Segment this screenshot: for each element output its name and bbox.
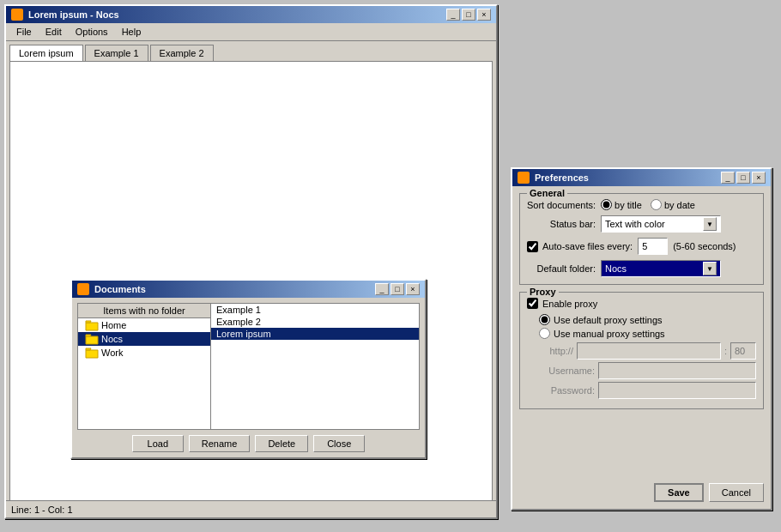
folder-nocs[interactable]: Nocs — [78, 332, 210, 346]
auto-save-input[interactable] — [638, 238, 668, 255]
enable-proxy-label: Enable proxy — [542, 299, 597, 309]
prefs-body: General Sort documents: by title by date — [512, 186, 771, 509]
status-bar-arrow: ▼ — [703, 217, 717, 231]
prefs-titlebar: Preferences _ □ × — [512, 169, 771, 186]
folder-work-icon — [85, 347, 99, 359]
default-folder-select[interactable]: Nocs ▼ — [601, 260, 721, 277]
password-input[interactable] — [598, 382, 756, 399]
documents-dialog: Documents _ □ × Items with no folder Hom… — [70, 279, 427, 459]
general-group-title: General — [527, 188, 567, 198]
docs-maximize[interactable]: □ — [390, 283, 404, 295]
menu-file[interactable]: File — [9, 25, 39, 39]
password-label: Password: — [539, 385, 595, 396]
prefs-icon — [518, 172, 530, 184]
auto-save-label[interactable]: Auto-save files every: — [527, 241, 633, 252]
cancel-button[interactable]: Cancel — [709, 483, 764, 502]
folder-work[interactable]: Work — [78, 346, 210, 360]
docs-minimize[interactable]: _ — [375, 283, 389, 295]
proxy-settings: Use default proxy settings Use manual pr… — [527, 314, 756, 399]
docs-titlebar: Documents _ □ × — [72, 281, 425, 298]
left-panel-header: Items with no folder — [78, 304, 210, 318]
menu-options[interactable]: Options — [69, 25, 115, 39]
enable-proxy-checkbox[interactable] — [527, 298, 538, 309]
http-label: http:// — [539, 346, 573, 356]
docs-buttons: Load Rename Delete Close — [77, 435, 420, 452]
close-button[interactable]: × — [477, 9, 491, 21]
use-manual-proxy-radio[interactable] — [539, 328, 550, 339]
prefs-minimize[interactable]: _ — [721, 172, 735, 184]
proxy-group: Proxy Enable proxy Use default proxy set… — [519, 292, 764, 409]
status-bar-row: Status bar: Text with color ▼ — [527, 215, 756, 233]
tabs-bar: Lorem ipsum Example 1 Example 2 — [6, 41, 496, 61]
proxy-host-input[interactable] — [577, 342, 721, 360]
default-folder-label: Default folder: — [527, 263, 596, 274]
doc-lorem-ipsum[interactable]: Lorem ipsum — [211, 328, 419, 340]
username-label: Username: — [539, 366, 595, 376]
docs-title: Documents — [77, 283, 146, 295]
use-default-proxy-row: Use default proxy settings — [539, 314, 756, 325]
main-titlebar: Lorem ipsum - Nocs _ □ × — [6, 6, 496, 23]
menubar: File Edit Options Help — [6, 23, 496, 41]
auto-save-unit: (5-60 seconds) — [673, 241, 736, 251]
maximize-button[interactable]: □ — [462, 9, 475, 21]
sort-label: Sort documents: — [527, 200, 596, 210]
use-manual-proxy-label: Use manual proxy settings — [554, 329, 665, 339]
app-icon — [11, 9, 23, 21]
save-button[interactable]: Save — [654, 483, 704, 502]
use-default-proxy-radio[interactable] — [539, 314, 550, 325]
general-group: General Sort documents: by title by date — [519, 193, 764, 285]
username-row: Username: — [539, 362, 756, 379]
use-manual-proxy-row: Use manual proxy settings — [539, 328, 756, 339]
preferences-dialog: Preferences _ □ × General Sort documents… — [511, 167, 772, 511]
default-folder-arrow: ▼ — [703, 262, 717, 275]
http-row: http:// : — [539, 342, 756, 360]
folder-home[interactable]: Home — [78, 318, 210, 332]
folder-nocs-icon — [85, 333, 99, 345]
prefs-buttons: Save Cancel — [519, 483, 764, 502]
tab-lorem-ipsum[interactable]: Lorem ipsum — [9, 45, 83, 61]
status-bar-label: Status bar: — [527, 219, 596, 229]
rename-button[interactable]: Rename — [189, 435, 251, 452]
tab-example-1[interactable]: Example 1 — [85, 45, 148, 61]
proxy-port-input[interactable] — [730, 342, 756, 360]
docs-icon — [77, 283, 89, 295]
docs-panels: Items with no folder Home Nocs — [77, 303, 420, 430]
close-docs-button[interactable]: Close — [313, 435, 365, 452]
status-bar-select[interactable]: Text with color ▼ — [601, 215, 721, 233]
docs-close[interactable]: × — [406, 283, 420, 295]
password-row: Password: — [539, 382, 756, 399]
folder-home-icon — [85, 319, 99, 331]
statusbar: Line: 1 - Col: 1 — [6, 500, 496, 517]
docs-left-panel: Items with no folder Home Nocs — [78, 304, 211, 429]
use-default-proxy-label: Use default proxy settings — [554, 315, 663, 325]
auto-save-row: Auto-save files every: (5-60 seconds) — [527, 238, 756, 255]
menu-edit[interactable]: Edit — [39, 25, 69, 39]
menu-help[interactable]: Help — [115, 25, 148, 39]
prefs-title: Preferences — [518, 172, 589, 184]
doc-example-2[interactable]: Example 2 — [211, 316, 419, 328]
username-input[interactable] — [598, 362, 756, 379]
sort-by-title-label[interactable]: by title — [601, 199, 642, 210]
statusbar-text: Line: 1 - Col: 1 — [11, 505, 73, 515]
load-button[interactable]: Load — [132, 435, 184, 452]
default-folder-row: Default folder: Nocs ▼ — [527, 260, 756, 277]
prefs-controls: _ □ × — [721, 172, 766, 184]
proxy-group-title: Proxy — [527, 287, 559, 297]
enable-proxy-row: Enable proxy — [527, 298, 756, 309]
sort-by-date-radio[interactable] — [651, 199, 662, 210]
prefs-maximize[interactable]: □ — [736, 172, 750, 184]
minimize-button[interactable]: _ — [446, 9, 460, 21]
prefs-close-btn[interactable]: × — [752, 172, 766, 184]
docs-right-panel: Example 1 Example 2 Lorem ipsum — [211, 304, 419, 429]
main-title: Lorem ipsum - Nocs — [11, 9, 119, 21]
tab-example-2[interactable]: Example 2 — [150, 45, 214, 61]
sort-documents-row: Sort documents: by title by date — [527, 199, 756, 210]
doc-example-1[interactable]: Example 1 — [211, 304, 419, 316]
delete-button[interactable]: Delete — [255, 435, 308, 452]
sort-radio-group: by title by date — [601, 199, 695, 210]
sort-by-date-label[interactable]: by date — [651, 199, 695, 210]
auto-save-checkbox[interactable] — [527, 241, 538, 252]
sort-by-title-radio[interactable] — [601, 199, 612, 210]
docs-body: Items with no folder Home Nocs — [72, 298, 425, 457]
docs-controls: _ □ × — [375, 283, 420, 295]
